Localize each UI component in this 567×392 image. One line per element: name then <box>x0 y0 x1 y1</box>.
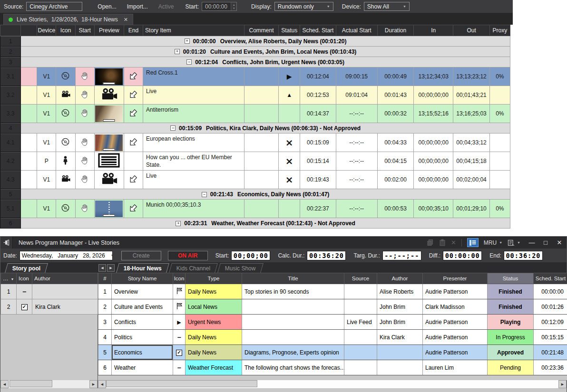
program-column-header-source[interactable]: Source <box>344 273 377 284</box>
pool-row[interactable]: 2✓Kira Clark <box>1 299 98 315</box>
pool-row[interactable]: 1− <box>1 284 98 299</box>
column-header-out[interactable]: Out <box>453 25 489 36</box>
column-header-in[interactable]: In <box>414 25 453 36</box>
delete-icon[interactable]: ✕ <box>451 239 456 246</box>
program-column-header-title[interactable]: Title <box>242 273 344 284</box>
program-column-header--[interactable]: # <box>98 273 112 284</box>
mru-dropdown[interactable]: MRU▼ <box>484 239 502 246</box>
preview-thumbnail[interactable] <box>95 134 123 151</box>
column-header-status[interactable]: Status <box>279 25 300 36</box>
tab-kids-channel[interactable]: Kids Channel <box>169 263 218 273</box>
rundown-group-row[interactable]: 5−00:21:43Economics, Daily News (00:01:4… <box>0 189 510 200</box>
pool-scroll-thumb[interactable] <box>10 380 52 387</box>
expand-icon[interactable]: + <box>185 38 190 44</box>
scroll-left-icon[interactable]: ◀ <box>98 380 106 388</box>
close-icon[interactable]: ✕ <box>556 239 563 246</box>
column-header-end[interactable]: End <box>124 25 143 36</box>
preview-thumbnail[interactable] <box>95 105 123 122</box>
column-header-duration[interactable]: Duration <box>377 25 413 36</box>
column-header-sched-start[interactable]: Sched. Start <box>300 25 336 36</box>
rundown-group-row[interactable]: 1+00:00:00Overview, Alise Roberts, Daily… <box>0 36 510 47</box>
display-combo[interactable]: Rundown only▼ <box>274 2 333 11</box>
device-combo[interactable]: Show All▼ <box>364 2 410 11</box>
tab-scroll-left-icon[interactable]: ◀ <box>98 264 106 272</box>
start-spinner[interactable]: 00:00:00 ▲▼ <box>202 2 237 11</box>
program-column-header-presenter[interactable]: Presenter <box>423 273 488 284</box>
maximize-icon[interactable]: □ <box>542 239 549 246</box>
spinner-buttons-icon[interactable]: ▲▼ <box>231 2 236 10</box>
program-scroll-thumb[interactable] <box>106 380 257 387</box>
rundown-item-row[interactable]: 3.3V1Antiterrorism00:14:37--:--:--00:00:… <box>0 105 510 123</box>
column-header-device[interactable]: Device <box>37 25 56 36</box>
rundown-group-row[interactable]: 2+00:01:20Culture and Events, John Brim,… <box>0 47 510 57</box>
rundown-group-row[interactable]: 6+00:23:31Weather, Weather Forecast (00:… <box>0 218 510 229</box>
pool-column-header-filter[interactable]: …▼ <box>1 273 17 284</box>
rundown-item-row[interactable]: 3.1V1Red Cross.1▶00:12:0409:00:1500:00:4… <box>0 67 510 86</box>
column-header-story-item[interactable]: Story Item <box>143 25 244 36</box>
story-row[interactable]: 5Economics✓Daily NewsDiagrams, Prognose,… <box>98 345 567 360</box>
expand-icon[interactable]: + <box>175 49 180 54</box>
rundown-item-row[interactable]: 5.1V1Munich 00;00;35;10.300:22:37--:--:-… <box>0 200 510 218</box>
preview-thumbnail[interactable] <box>95 68 123 85</box>
column-header-preview[interactable]: Preview <box>94 25 124 36</box>
story-row[interactable]: 3Conflicts▶Urgent NewsLive FeedJohn Brim… <box>98 315 567 330</box>
checkbox-icon[interactable]: ✓ <box>176 350 182 356</box>
rundown-item-row[interactable]: 4.3V1Live×00:19:43--:--:--00:02:0000;00;… <box>0 171 510 189</box>
collapse-icon[interactable]: − <box>186 59 192 65</box>
export-icon[interactable]: ▼ <box>508 239 520 246</box>
pin-icon[interactable] <box>0 237 13 249</box>
checkbox-icon[interactable]: ✓ <box>21 304 28 310</box>
tab-close-icon[interactable]: ✕ <box>124 17 128 23</box>
form-view-icon[interactable] <box>467 238 479 247</box>
column-header-start[interactable]: Start <box>75 25 94 36</box>
source-combo[interactable]: Cinegy Archive <box>26 2 82 11</box>
rundown-item-row[interactable]: 4.1V1European elections×00:15:09--:--:--… <box>0 134 510 152</box>
targ-dur-field[interactable]: --;--;-- <box>382 251 421 260</box>
copy-icon[interactable] <box>427 239 434 246</box>
program-column-header-story-name[interactable]: Story Name <box>112 273 173 284</box>
dash-icon: − <box>22 288 26 296</box>
tab-scroll-right-icon[interactable]: ▶ <box>107 264 115 272</box>
story-row[interactable]: 6Weather−Weather ForecastThe following c… <box>98 360 567 375</box>
rundown-item-row[interactable]: 4.2PHow can you ... other EU Member Stat… <box>0 152 510 171</box>
story-row[interactable]: 4Politics−Daily NewsKira ClarkAudrie Pat… <box>98 330 567 345</box>
mgr-start-field[interactable]: 00;00;00 <box>231 251 270 260</box>
paste-icon[interactable] <box>439 239 446 246</box>
column-header-comment[interactable]: Comment <box>244 25 278 36</box>
pool-column-header-icon[interactable]: Icon <box>17 273 32 284</box>
import-button[interactable]: Import... <box>123 3 152 10</box>
story-row[interactable]: 1OverviewDaily NewsTop stories in 90 sec… <box>98 284 567 299</box>
expand-icon[interactable]: + <box>176 221 181 226</box>
story-row[interactable]: 2Culture and EventsLocal NewsJohn BrimCl… <box>98 299 567 315</box>
program-column-header-sched-start[interactable]: Sched. Start <box>534 273 567 284</box>
program-column-header-status[interactable]: Status <box>488 273 534 284</box>
column-header-actual-start[interactable]: Actual Start <box>336 25 377 36</box>
minimize-icon[interactable]: — <box>528 239 535 246</box>
tab-18-hour-news[interactable]: 18-Hour News <box>116 263 169 273</box>
rundown-group-row[interactable]: 4−00:15:09Politics, Kira Clark, Daily Ne… <box>0 123 510 134</box>
open-button[interactable]: Open... <box>94 3 120 10</box>
column-header-proxy[interactable]: Proxy <box>489 25 510 36</box>
tab-story-pool[interactable]: Story pool <box>5 263 48 273</box>
rundown-group-row[interactable]: 3−00:12:04Conflicts, John Brim, Urgent N… <box>0 57 510 67</box>
preview-thumbnail[interactable] <box>95 201 123 217</box>
date-field[interactable]: Wednesday, January 28, 2026 ▼ <box>20 251 113 260</box>
collapse-icon[interactable]: − <box>202 192 207 197</box>
scroll-right-icon[interactable]: ▶ <box>558 380 567 388</box>
scroll-right-icon[interactable]: ▶ <box>89 380 98 388</box>
rundown-item-row[interactable]: 3.2V1Live▲00:12:5309:01:0400:01:4300;00;… <box>0 86 510 105</box>
scroll-left-icon[interactable]: ◀ <box>0 380 9 388</box>
pool-column-header-author[interactable]: Author <box>32 273 98 284</box>
rundown-tab-live-stories[interactable]: Live Stories, 1/28/2026, 18-Hour News ✕ <box>3 14 133 25</box>
program-horizontal-scrollbar[interactable]: ◀ ▶ <box>98 380 567 388</box>
collapse-icon[interactable]: − <box>170 125 176 131</box>
pool-horizontal-scrollbar[interactable]: ◀ ▶ <box>0 380 98 388</box>
program-column-header-author[interactable]: Author <box>377 273 423 284</box>
tab-music-show[interactable]: Music Show <box>218 263 264 273</box>
pool-scroll-track[interactable] <box>9 380 89 388</box>
onair-button[interactable]: ON AIR <box>168 251 208 260</box>
program-scroll-track[interactable] <box>106 380 558 388</box>
program-column-header-type[interactable]: Type <box>186 273 242 284</box>
column-header-icon[interactable]: Icon <box>56 25 75 36</box>
program-column-header-icon[interactable]: Icon <box>173 273 186 284</box>
